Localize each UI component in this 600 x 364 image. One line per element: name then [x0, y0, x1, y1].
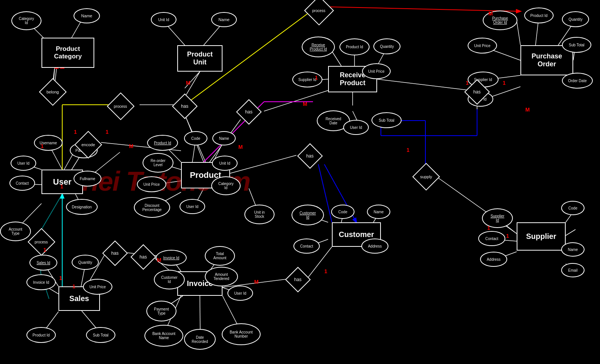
attr-sup-address: Address [480, 252, 507, 267]
attr-prod-unit-price: Unit Price [137, 176, 166, 192]
attr-supplier-id: SupplierId [482, 208, 513, 228]
attr-rp-supplier-id: Supplier Id [292, 72, 322, 87]
attr-user-fullname: Fullname [74, 171, 101, 187]
attr-unit-id: Unit Id [151, 12, 176, 27]
attr-cat-name: Name [74, 8, 100, 23]
card-1-supply: 1 [506, 233, 509, 239]
attr-sup-contact: Contact [478, 231, 505, 246]
attr-product-id: Product Id [147, 135, 178, 151]
card-1-user-1: 1 [41, 143, 44, 149]
attr-unit-name: Name [211, 12, 237, 27]
attr-rp-quantity: Quantity [373, 38, 401, 54]
attr-payment-type: PaymentType [146, 301, 176, 321]
attr-prod-reorder: Re-orderLevel [143, 153, 173, 173]
attr-account-type: AccountType [0, 222, 31, 241]
attr-inv-customer-id: CustomerId [154, 270, 185, 289]
attr-cust-code: Code [331, 205, 354, 219]
card-m-has-prod-m: M [238, 144, 243, 150]
attr-date-recorded: DateRecorded [184, 329, 216, 350]
attr-po-order-date: Order Date [562, 73, 593, 89]
card-m-has-unit: M [186, 80, 190, 86]
attr-po-purchase-order-id: PurchaseOrder Id [483, 11, 517, 30]
attr-sales-unit-price: Unit Price [83, 279, 112, 295]
attr-unit-in-stock: Unit inStock [244, 205, 275, 224]
attr-po-quantity: Quantity [562, 11, 589, 27]
attr-user-designation: Designation [66, 199, 98, 215]
attr-sales-id: Sales Id [29, 255, 57, 271]
attr-bank-account-name: Bank AccountName [144, 325, 183, 347]
attr-prod-name: Name [212, 131, 236, 145]
card-1-encode-1: 1 [74, 129, 77, 135]
card-1-rp-1: 1 [315, 75, 318, 81]
card-1-user-process: 1 [60, 184, 63, 190]
card-1-encode-2: 1 [106, 129, 109, 135]
svg-line-18 [517, 21, 520, 45]
attr-rp-sub-total: Sub Total [371, 112, 402, 128]
attr-rp-unit-price: Unit Price [362, 63, 391, 79]
entity-supplier: Supplier [517, 222, 566, 251]
card-m-po-m: M [525, 107, 530, 113]
svg-line-90 [41, 194, 62, 231]
attr-po-sub-total: Sub Total [562, 37, 591, 53]
attr-inv-total-amount: TotalAmount [205, 246, 235, 266]
card-m-encode-m: M [129, 143, 134, 149]
attr-user-id: User Id [11, 156, 36, 171]
svg-line-83 [230, 155, 296, 173]
attr-category-id: CategoryId [11, 11, 41, 30]
attr-inv-user-id: User Id [227, 286, 253, 301]
attr-user-username: Username [34, 135, 63, 151]
attr-prod-category-id: CategoryId [211, 176, 241, 195]
attr-rp-product-id: Product Id [339, 38, 370, 55]
attr-cust-address: Address [361, 239, 388, 254]
card-1-po-right: 1 [503, 80, 506, 86]
attr-rp-user-id: User Id [343, 120, 369, 135]
svg-line-96 [377, 79, 477, 91]
attr-po-product-id: Product Id [524, 8, 554, 23]
card-1-has-po: 1 [407, 147, 410, 153]
card-1-po-supplier: 1 [466, 80, 469, 86]
card-1-sales-1: 1 [59, 275, 62, 281]
attr-prod-discount: DiscountPercentage [134, 197, 170, 218]
attr-sales-invoice-id: Invoice Id [26, 274, 56, 290]
card-m-rp-m: M [303, 101, 307, 107]
attr-sales-sub-total: Sub Total [86, 327, 115, 343]
attr-cust-contact: Contact [293, 239, 320, 254]
attr-prod-unit-id: Unit Id [212, 156, 238, 171]
attr-prod-code: Code [184, 131, 207, 145]
entity-product-unit: ProductUnit [177, 45, 223, 72]
attr-customer-id: CustomerId [292, 205, 324, 225]
attr-user-contact: Contact [9, 176, 35, 191]
card-m-purchase-order: M [488, 11, 493, 17]
svg-line-52 [566, 229, 575, 236]
attr-sup-name: Name [561, 242, 585, 257]
attr-inv-amount-tendered: AmountTendered [205, 267, 238, 286]
entity-product-category: Product Category [41, 38, 94, 68]
card-1-process-user: 1 [43, 247, 46, 253]
attr-cust-name: Name [367, 205, 390, 219]
card-m-has-sales-m: M [157, 257, 161, 263]
attr-receive-product-id: ReceiveProduct Id [302, 37, 335, 57]
attr-po-unit-price: Unit Price [468, 38, 497, 54]
card-m-inv-user: M [254, 279, 259, 285]
attr-bank-account-number: Bank AccountNumber [222, 323, 261, 345]
er-diagram: Product Category ProductUnit ReceiveProd… [0, 0, 600, 364]
card-1-sales-2: 1 [72, 283, 75, 289]
attr-sup-email: Email [561, 263, 585, 277]
attr-sales-quantity: Quantity [72, 255, 99, 270]
attr-sup-code-top: Code [561, 201, 585, 215]
attr-sales-product-id: Product Id [26, 327, 56, 343]
attr-prod-user-id: User Id [180, 199, 205, 214]
svg-line-76 [264, 90, 328, 111]
card-1-has-cust: 1 [324, 268, 327, 274]
card-m-supplier-1: 1 [487, 225, 490, 231]
